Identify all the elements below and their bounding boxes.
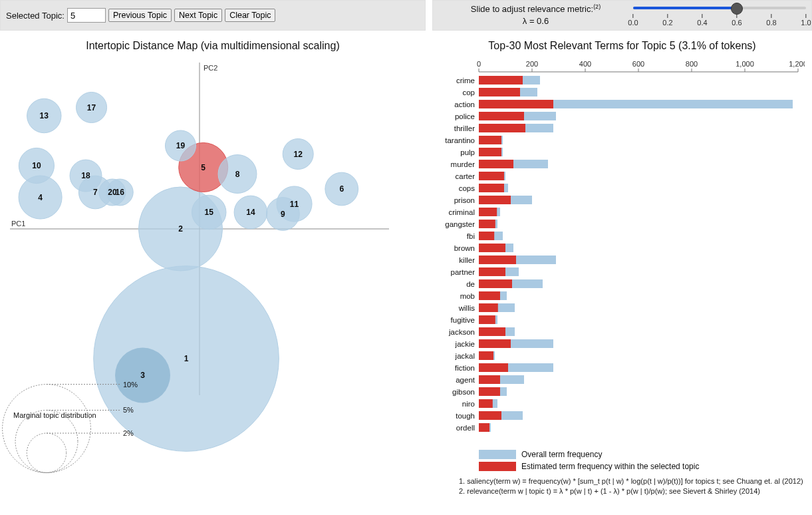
topic-freq-bar[interactable] <box>479 387 500 396</box>
previous-topic-button[interactable]: Previous Topic <box>108 9 172 22</box>
term-label: murder <box>451 160 475 168</box>
footnote-1: 1. saliency(term w) = frequency(w) * [su… <box>459 476 812 486</box>
footnote-2: 2. relevance(term w | topic t) = λ * p(w… <box>459 486 812 496</box>
intertopic-distance-map[interactable]: PC1PC21235481011131567914181217191620Mar… <box>0 56 412 495</box>
topic-freq-bar[interactable] <box>479 112 524 120</box>
topic-freq-bar[interactable] <box>479 399 493 408</box>
term-label: partner <box>451 268 475 276</box>
topic-freq-bar[interactable] <box>479 291 500 300</box>
term-label: fugitive <box>451 316 475 324</box>
topic-freq-bar[interactable] <box>479 232 494 240</box>
term-label: prison <box>454 196 475 204</box>
topic-freq-bar[interactable] <box>479 208 497 216</box>
term-bars-title: Top-30 Most Relevant Terms for Topic 5 (… <box>432 40 812 52</box>
topic-freq-bar[interactable] <box>479 196 511 204</box>
topic-freq-bar[interactable] <box>479 267 505 276</box>
term-label: jackson <box>448 328 475 336</box>
slider-tick: 0.2 <box>662 14 672 27</box>
topic-bubble-18[interactable] <box>70 160 102 192</box>
topic-freq-bar[interactable] <box>479 220 495 228</box>
bars-x-tick-label: 1,000 <box>736 60 754 68</box>
topic-freq-bar[interactable] <box>479 363 508 372</box>
marginal-legend-circle-2 <box>27 433 66 472</box>
term-bars-legend: Overall term frequency Estimated term fr… <box>479 448 812 472</box>
topic-freq-bar[interactable] <box>479 303 498 312</box>
topic-bubble-9[interactable] <box>267 198 300 231</box>
term-label: agent <box>456 376 475 384</box>
bars-x-tick-label: 800 <box>686 60 698 68</box>
lambda-value-label: λ = 0.6 <box>438 16 633 26</box>
topic-bubble-19[interactable] <box>165 130 196 161</box>
topic-freq-bar[interactable] <box>479 375 500 384</box>
topic-bubble-17[interactable] <box>76 92 107 122</box>
marginal-legend-circle-5 <box>15 410 78 472</box>
term-label: brown <box>454 244 475 252</box>
intertopic-map-title: Intertopic Distance Map (via multidimens… <box>0 40 426 52</box>
topic-bubble-14[interactable] <box>234 196 267 229</box>
topic-freq-bar[interactable] <box>479 351 493 360</box>
term-label: killer <box>459 256 475 264</box>
selected-topic-input[interactable] <box>67 8 106 23</box>
slider-tick: 0.8 <box>766 14 776 27</box>
term-label: tough <box>456 412 475 420</box>
topic-freq-bar[interactable] <box>479 279 512 288</box>
topic-bubble-20[interactable] <box>99 179 126 206</box>
term-label: tarantino <box>445 136 475 144</box>
topic-freq-bar[interactable] <box>479 88 520 96</box>
slider-tick: 0.0 <box>628 14 638 27</box>
topic-control-bar: Selected Topic: Previous Topic Next Topi… <box>0 0 426 31</box>
pc1-label: PC1 <box>11 220 25 228</box>
topic-freq-bar[interactable] <box>479 411 501 420</box>
topic-bubble-12[interactable] <box>283 138 313 169</box>
legend-swatch-overall <box>479 450 516 459</box>
slider-tick: 0.6 <box>732 14 742 27</box>
marginal-legend-label-5: 5% <box>123 406 134 414</box>
topic-bubble-6[interactable] <box>325 172 358 206</box>
topic-freq-bar[interactable] <box>479 172 504 180</box>
topic-freq-bar[interactable] <box>479 136 501 144</box>
legend-overall-label: Overall term frequency <box>521 450 602 459</box>
term-label: de <box>466 280 475 288</box>
topic-freq-bar[interactable] <box>479 327 505 336</box>
term-label: carter <box>456 172 475 180</box>
topic-bubble-13[interactable] <box>27 98 61 132</box>
term-label: ordell <box>456 424 475 432</box>
term-label: pulp <box>460 148 475 156</box>
topic-freq-bar[interactable] <box>479 256 516 264</box>
topic-freq-bar[interactable] <box>479 148 501 156</box>
term-label: fbi <box>467 232 475 240</box>
term-label: criminal <box>448 208 475 216</box>
slider-caption: Slide to adjust relevance metric:(2) λ =… <box>438 2 633 26</box>
bars-x-tick-label: 200 <box>526 60 538 68</box>
topic-bubble-3[interactable] <box>115 348 170 403</box>
term-label: jackal <box>455 352 475 360</box>
slider-tick: 1.0 <box>801 14 811 27</box>
marginal-legend-title: Marginal topic distribution <box>13 411 96 419</box>
clear-topic-button[interactable]: Clear Topic <box>225 9 275 22</box>
topic-freq-bar[interactable] <box>479 124 525 132</box>
term-label: willis <box>458 304 475 312</box>
next-topic-button[interactable]: Next Topic <box>174 9 222 22</box>
topic-freq-bar[interactable] <box>479 160 513 168</box>
term-bar-chart[interactable]: 02004006008001,0001,200crimecopactionpol… <box>432 56 805 448</box>
bars-x-tick-label: 0 <box>477 60 481 68</box>
topic-bubble-15[interactable] <box>192 195 226 229</box>
topic-freq-bar[interactable] <box>479 423 489 432</box>
topic-freq-bar[interactable] <box>479 339 511 348</box>
topic-bubble-10[interactable] <box>19 148 54 183</box>
topic-bubble-8[interactable] <box>218 155 257 194</box>
term-label: cop <box>462 88 475 96</box>
topic-freq-bar[interactable] <box>479 76 523 85</box>
topic-freq-bar[interactable] <box>479 100 553 108</box>
topic-freq-bar[interactable] <box>479 244 505 252</box>
slider-caption-sup: (2) <box>593 3 601 10</box>
lambda-slider[interactable]: 0.00.20.40.60.81.0 <box>633 2 806 29</box>
term-label: police <box>455 112 475 120</box>
legend-swatch-topic <box>479 462 516 471</box>
term-label: gangster <box>445 220 475 228</box>
selected-topic-label: Selected Topic: <box>6 11 65 21</box>
topic-freq-bar[interactable] <box>479 184 504 192</box>
bars-x-tick-label: 1,200 <box>789 60 805 68</box>
topic-freq-bar[interactable] <box>479 315 495 324</box>
slider-tick: 0.4 <box>697 14 707 27</box>
